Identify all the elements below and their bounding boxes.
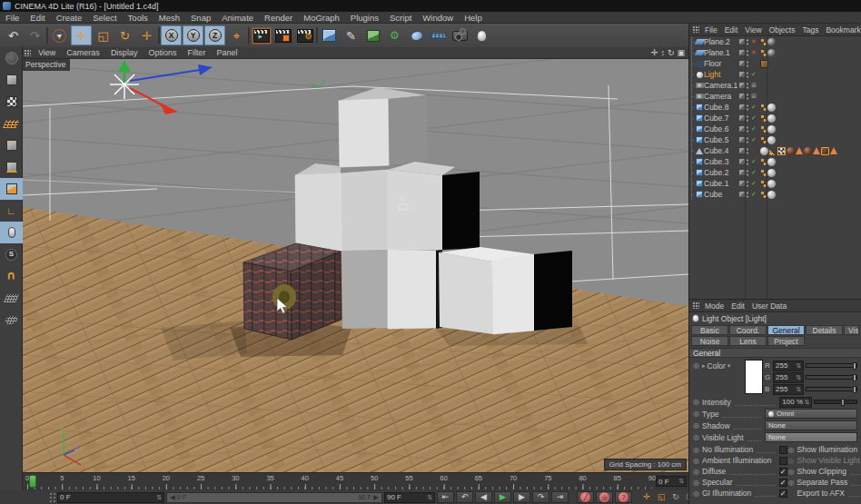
render-picture-viewer-button[interactable] bbox=[272, 25, 293, 45]
stepper-icon[interactable]: ⇅ bbox=[427, 494, 432, 501]
object-name[interactable]: Cube.4 bbox=[704, 146, 738, 155]
channel-slider[interactable] bbox=[806, 387, 857, 391]
visibility-dots-icon[interactable] bbox=[746, 191, 749, 199]
timeline-frame-label[interactable]: 70 bbox=[510, 474, 517, 482]
attribute-tab[interactable]: Visi bbox=[844, 325, 859, 335]
animation-dot-icon[interactable]: ◎ bbox=[692, 361, 700, 370]
stepper-icon[interactable]: ⇅ bbox=[804, 399, 809, 406]
object-name[interactable]: Cube.1 bbox=[704, 179, 738, 188]
add-light-button[interactable] bbox=[471, 25, 492, 45]
darksphere-tag[interactable] bbox=[767, 49, 776, 57]
rotate-tool[interactable]: ↻ bbox=[114, 25, 135, 45]
last-used-tool[interactable]: ✛ bbox=[136, 25, 157, 45]
enable-state-icon[interactable] bbox=[750, 71, 757, 78]
dots-tag[interactable] bbox=[760, 125, 767, 133]
object-name[interactable]: Cube.6 bbox=[704, 124, 738, 133]
channel-value-field[interactable]: 255⇅ bbox=[773, 384, 804, 395]
layer-chip-icon[interactable] bbox=[739, 159, 745, 164]
checkbox[interactable] bbox=[779, 479, 787, 487]
viewport-menu-item[interactable]: Filter bbox=[182, 48, 211, 57]
layer-chip-icon[interactable] bbox=[739, 148, 745, 153]
layer-chip-icon[interactable] bbox=[739, 115, 745, 121]
animation-dot-icon[interactable]: ◎ bbox=[692, 479, 700, 487]
key-position-toggle[interactable]: ✛ bbox=[640, 491, 653, 503]
darksphere-tag[interactable] bbox=[767, 38, 776, 46]
toolbar-separator[interactable] bbox=[46, 27, 48, 44]
menu-item[interactable]: Help bbox=[459, 13, 488, 23]
add-mograph-button[interactable]: ⚙ bbox=[384, 25, 405, 45]
add-cube-button[interactable] bbox=[319, 25, 340, 45]
object-name[interactable]: Camera bbox=[704, 92, 738, 101]
checkbox[interactable] bbox=[779, 457, 787, 465]
object-row[interactable]: Cube.1 bbox=[689, 178, 861, 189]
slider-knob[interactable] bbox=[853, 362, 856, 370]
enable-state-icon[interactable] bbox=[750, 49, 757, 56]
timeline-frame-label[interactable]: 85 bbox=[614, 474, 621, 482]
timeline-frame-label[interactable]: 35 bbox=[266, 474, 273, 482]
enable-state-icon[interactable] bbox=[750, 180, 757, 187]
add-generator-button[interactable] bbox=[362, 25, 383, 45]
enable-state-icon[interactable] bbox=[750, 104, 757, 111]
visibility-controls[interactable] bbox=[738, 58, 759, 69]
object-row[interactable]: Plane.1 bbox=[689, 47, 861, 58]
object-row[interactable]: Cube.5 bbox=[689, 134, 861, 145]
enable-state-icon[interactable] bbox=[750, 38, 757, 45]
animation-dot-icon[interactable]: ◎ bbox=[692, 457, 700, 465]
channel-value-field[interactable]: 255⇅ bbox=[773, 372, 804, 383]
timeline-frame-label[interactable]: 65 bbox=[475, 474, 482, 482]
attribute-tab[interactable]: Coord. bbox=[729, 325, 767, 335]
timeline[interactable]: 051015202530354045505560657075808590 0 F… bbox=[23, 472, 688, 490]
viewport-menu-item[interactable]: Options bbox=[143, 48, 182, 57]
dots-tag[interactable] bbox=[760, 158, 767, 166]
timeline-frame-label[interactable]: 40 bbox=[302, 474, 309, 482]
layer-chip-icon[interactable] bbox=[739, 72, 745, 77]
sphere-tag[interactable] bbox=[767, 114, 776, 123]
visibility-dots-icon[interactable] bbox=[746, 125, 749, 133]
viewport-menu-item[interactable]: Panel bbox=[211, 48, 242, 57]
viewport-solo-button[interactable] bbox=[0, 222, 23, 243]
lock-y-axis-button[interactable]: Y bbox=[183, 25, 203, 45]
visibility-controls[interactable] bbox=[738, 102, 759, 113]
dots-tag[interactable] bbox=[760, 136, 767, 144]
object-name[interactable]: Plane.2 bbox=[704, 37, 738, 46]
timeline-frame-label[interactable]: 15 bbox=[127, 474, 134, 482]
viewport-menu-item[interactable]: Cameras bbox=[61, 48, 105, 57]
animation-dot-icon[interactable]: ◎ bbox=[692, 410, 700, 418]
layer-chip-icon[interactable] bbox=[739, 181, 745, 186]
sphere-tag[interactable] bbox=[767, 158, 776, 166]
visibility-controls[interactable] bbox=[738, 36, 759, 47]
sphere-tag[interactable] bbox=[767, 180, 776, 188]
enable-state-icon[interactable] bbox=[750, 136, 757, 143]
object-manager-menu-item[interactable]: Objects bbox=[766, 25, 799, 35]
type-dropdown[interactable]: Omni bbox=[765, 409, 857, 419]
object-name[interactable]: Cube.8 bbox=[704, 103, 738, 112]
viewport-menu-item[interactable]: Display bbox=[105, 48, 144, 57]
visibility-dots-icon[interactable] bbox=[746, 82, 749, 90]
stepper-icon[interactable]: ⇅ bbox=[156, 494, 162, 501]
object-name[interactable]: Cube.3 bbox=[704, 157, 738, 166]
visibility-controls[interactable] bbox=[738, 156, 759, 167]
object-name[interactable]: Camera.1 bbox=[704, 81, 738, 90]
workplane-mode-button[interactable] bbox=[0, 113, 23, 134]
dots-tag[interactable] bbox=[760, 180, 767, 188]
stepper-icon[interactable]: ⇅ bbox=[678, 478, 684, 485]
object-name[interactable]: Light bbox=[704, 70, 738, 79]
object-manager-menu-item[interactable]: View bbox=[741, 25, 765, 35]
object-name[interactable]: Floor bbox=[704, 59, 738, 68]
go-to-previous-frame-button[interactable]: ◀ bbox=[475, 491, 492, 503]
visibility-controls[interactable] bbox=[738, 134, 759, 145]
checkbox[interactable] bbox=[779, 468, 787, 476]
animation-dot-icon[interactable]: ◎ bbox=[692, 446, 700, 454]
sphere-tag[interactable] bbox=[767, 125, 776, 133]
undo-button[interactable]: ↶ bbox=[3, 25, 24, 45]
menu-item[interactable]: Animate bbox=[216, 13, 259, 23]
menu-item[interactable]: Window bbox=[417, 13, 459, 23]
preview-range-slider[interactable]: ◀ 0 F 90 F ▶ bbox=[166, 492, 382, 503]
viewport-toggle-icon[interactable]: ▣ bbox=[677, 48, 685, 57]
visibility-dots-icon[interactable] bbox=[746, 147, 749, 155]
visibility-controls[interactable] bbox=[738, 167, 759, 178]
animation-dot-icon[interactable]: ◎ bbox=[692, 398, 700, 406]
add-environment-button[interactable] bbox=[428, 25, 449, 45]
object-name[interactable]: Cube bbox=[704, 190, 738, 199]
visible-light-dropdown[interactable]: None bbox=[765, 432, 857, 442]
